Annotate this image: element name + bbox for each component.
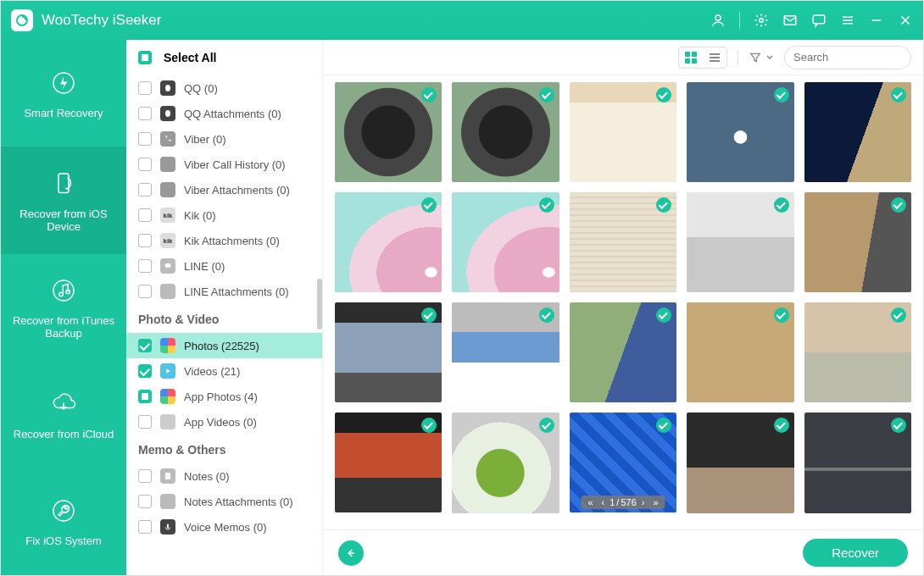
close-icon[interactable] (898, 13, 913, 28)
search-box[interactable] (784, 46, 911, 69)
svg-rect-19 (692, 58, 697, 64)
scrollbar[interactable] (317, 279, 322, 330)
selected-badge-icon (539, 87, 554, 102)
photo-thumbnail[interactable] (335, 82, 442, 182)
checkbox[interactable] (138, 469, 152, 483)
select-all-checkbox[interactable] (138, 51, 152, 64)
checkbox[interactable] (138, 81, 152, 95)
checkbox[interactable] (138, 339, 152, 352)
category-item[interactable]: LINE Attachments (0) (126, 279, 322, 304)
checkbox[interactable] (138, 415, 152, 429)
category-label: App Videos (0) (184, 416, 257, 429)
sidebar-item-label: Recover from iTunes Backup (4, 314, 123, 340)
sidebar-item-smart-recovery[interactable]: Smart Recovery (1, 40, 126, 147)
checkbox[interactable] (138, 259, 152, 273)
checkbox[interactable] (138, 234, 152, 247)
grid-view-button[interactable] (679, 47, 703, 68)
viber-icon (160, 182, 175, 197)
selected-badge-icon (539, 197, 554, 213)
checkbox[interactable] (138, 107, 152, 120)
photo-thumbnail[interactable] (687, 192, 793, 292)
photo-thumbnail[interactable] (804, 192, 911, 292)
category-item-photos[interactable]: Photos (22525) (126, 333, 322, 358)
photo-thumbnail[interactable] (687, 302, 793, 402)
search-input[interactable] (793, 51, 924, 64)
category-item-videos[interactable]: Videos (21) (126, 358, 322, 384)
photo-thumbnail[interactable] (452, 192, 559, 292)
category-item[interactable]: QQ (0) (126, 75, 322, 101)
pager-prev-icon[interactable]: ‹ (598, 497, 609, 507)
checkbox[interactable] (138, 520, 152, 534)
svg-rect-13 (165, 263, 171, 268)
selected-badge-icon (421, 197, 437, 213)
sidebar-item-recover-icloud[interactable]: Recover from iCloud (1, 361, 126, 468)
notes-icon (160, 494, 175, 509)
pager-first-icon[interactable]: « (584, 497, 596, 507)
photo-thumbnail[interactable] (452, 82, 559, 182)
category-item-voice-memos[interactable]: Voice Memos (0) (126, 514, 322, 540)
thumbnail-grid-scroll[interactable]: « ‹ 1/576 › » (323, 75, 923, 529)
category-item[interactable]: kikKik (0) (126, 202, 322, 228)
footer: Recover (323, 529, 923, 575)
checkbox[interactable] (138, 158, 152, 171)
photo-thumbnail[interactable] (570, 82, 676, 182)
list-view-button[interactable] (703, 47, 726, 68)
photo-thumbnail[interactable] (335, 192, 442, 292)
sidebar-item-label: Recover from iCloud (14, 428, 114, 440)
checkbox[interactable] (138, 208, 152, 222)
category-item-notes[interactable]: Notes (0) (126, 463, 322, 489)
photo-thumbnail[interactable]: « ‹ 1/576 › » (570, 413, 676, 512)
pager-last-icon[interactable]: » (649, 497, 661, 507)
category-panel: Select All QQ (0) QQ Attachments (0) Vib… (126, 40, 323, 575)
pager-page: 1 (610, 497, 615, 507)
checkbox[interactable] (138, 285, 152, 298)
category-item[interactable]: Viber Attachments (0) (126, 177, 322, 202)
selected-badge-icon (656, 197, 671, 213)
photo-thumbnail[interactable] (687, 413, 793, 512)
checkbox[interactable] (138, 495, 152, 508)
checkbox[interactable] (138, 390, 152, 403)
category-item[interactable]: Viber Call History (0) (126, 152, 322, 177)
category-item-app-photos[interactable]: App Photos (4) (126, 384, 322, 409)
category-item-notes-attachments[interactable]: Notes Attachments (0) (126, 489, 322, 514)
user-icon[interactable] (710, 13, 726, 28)
pager-next-icon[interactable]: › (638, 497, 648, 507)
recover-button[interactable]: Recover (803, 539, 908, 567)
checkbox[interactable] (138, 183, 152, 197)
menu-icon[interactable] (840, 13, 855, 28)
filter-button[interactable] (749, 51, 774, 64)
category-item[interactable]: LINE (0) (126, 253, 322, 279)
sidebar-item-recover-itunes-backup[interactable]: Recover from iTunes Backup (1, 254, 126, 361)
svg-rect-6 (58, 174, 69, 193)
category-item[interactable]: QQ Attachments (0) (126, 101, 322, 126)
gear-icon[interactable] (754, 13, 769, 28)
photo-thumbnail[interactable] (570, 192, 676, 292)
photo-thumbnail[interactable] (335, 302, 442, 402)
checkbox[interactable] (138, 132, 152, 146)
photo-thumbnail[interactable] (570, 302, 676, 402)
photo-thumbnail[interactable] (804, 82, 911, 182)
minimize-icon[interactable] (869, 13, 884, 28)
category-item[interactable]: Viber (0) (126, 126, 322, 152)
photo-thumbnail[interactable] (804, 413, 911, 512)
back-button[interactable] (338, 540, 364, 566)
separator (739, 12, 740, 29)
photo-thumbnail[interactable] (335, 413, 442, 512)
photo-thumbnail[interactable] (452, 413, 559, 512)
section-header-memo: Memo & Others (126, 435, 322, 463)
photo-thumbnail[interactable] (687, 82, 793, 182)
notes-icon (160, 468, 175, 484)
chat-icon[interactable] (811, 13, 827, 28)
viber-icon (160, 157, 175, 172)
category-item[interactable]: kikKik Attachments (0) (126, 228, 322, 253)
photo-thumbnail[interactable] (452, 302, 559, 402)
photo-thumbnail[interactable] (804, 302, 911, 402)
pager[interactable]: « ‹ 1/576 › » (581, 496, 665, 509)
checkbox[interactable] (138, 364, 152, 378)
view-toggle (678, 47, 727, 69)
category-item-app-videos[interactable]: App Videos (0) (126, 409, 322, 435)
mail-icon[interactable] (782, 13, 798, 28)
sidebar-item-fix-ios-system[interactable]: Fix iOS System (1, 468, 126, 575)
sidebar-item-recover-ios-device[interactable]: Recover from iOS Device (1, 147, 126, 253)
select-all-row[interactable]: Select All (126, 40, 322, 75)
